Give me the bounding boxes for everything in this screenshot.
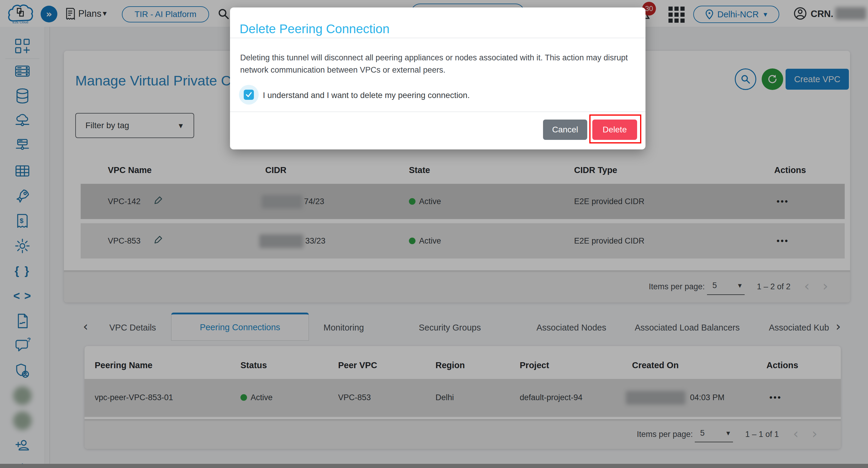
modal-body-text: Deleting this tunnel will disconnect all… [240,52,638,76]
modal-header: Delete Peering Connection [230,7,646,38]
click-annotation-box [589,114,641,143]
confirm-checkbox[interactable] [244,90,254,100]
checkmark-icon [245,91,253,98]
delete-peering-modal: Delete Peering Connection Deleting this … [230,7,646,149]
cancel-button[interactable]: Cancel [543,120,587,140]
modal-title: Delete Peering Connection [240,22,390,36]
modal-footer-divider [230,112,646,112]
checkbox-label[interactable]: I understand and I want to delete my pee… [263,91,470,100]
